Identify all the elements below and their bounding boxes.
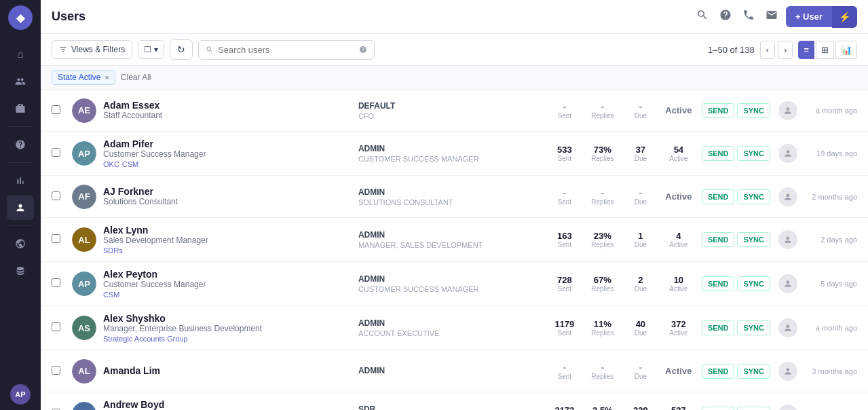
active-stat: 10Active — [664, 275, 694, 293]
sidebar-item-question[interactable] — [7, 132, 34, 157]
user-stats: -Sent -Replies -Due Active — [550, 187, 694, 206]
state-filter-tag[interactable]: State Active × — [52, 70, 115, 85]
current-user-avatar[interactable]: AP — [10, 384, 31, 405]
user-type-title: ACCOUNT EXECUTIVE — [358, 329, 550, 337]
send-button[interactable]: SEND — [702, 146, 735, 161]
sync-button[interactable]: SYNC — [737, 146, 770, 161]
send-button[interactable]: SEND — [702, 320, 735, 335]
user-role: Sales Development Manager — [103, 236, 358, 245]
user-stats: -Sent -Replies -Due Active — [550, 101, 694, 119]
sidebar-item-users[interactable] — [7, 69, 34, 94]
list-view-button[interactable]: ≡ — [798, 41, 814, 59]
sent-stat: -Sent — [550, 362, 580, 380]
last-activity: a month ago — [803, 107, 857, 115]
sidebar-item-chart[interactable] — [7, 168, 34, 193]
replies-stat: -Replies — [588, 101, 618, 119]
filter-label: State Active — [58, 73, 100, 82]
user-type-badge: ADMIN — [358, 230, 550, 240]
user-name: Amanda Lim — [103, 365, 358, 376]
row-checkbox[interactable] — [52, 105, 65, 117]
sidebar-item-briefcase[interactable] — [7, 96, 34, 121]
sidebar-item-database[interactable] — [7, 259, 34, 283]
filter-bar: State Active × Clear All — [41, 66, 868, 90]
prev-page-button[interactable]: ‹ — [760, 41, 775, 59]
sent-stat: -Sent — [550, 101, 580, 119]
user-tags: Strategic Accounts Group — [103, 335, 358, 343]
email-icon[interactable] — [766, 9, 778, 24]
row-checkbox[interactable] — [52, 322, 65, 334]
sync-button[interactable]: SYNC — [737, 189, 770, 204]
due-stat: 37Due — [626, 145, 656, 162]
grid-view-button[interactable]: ⊞ — [816, 41, 834, 59]
pagination-info: 1–50 of 138 — [708, 45, 755, 55]
user-actions: SEND SYNC — [702, 146, 770, 161]
sent-stat: 1179Sent — [550, 319, 580, 337]
phone-icon[interactable] — [742, 9, 755, 24]
search-icon[interactable] — [696, 9, 709, 24]
sidebar-item-person[interactable] — [7, 195, 34, 220]
add-user-lightning-button[interactable]: ⚡ — [832, 6, 857, 28]
help-icon[interactable] — [719, 9, 732, 24]
sync-button[interactable]: SYNC — [737, 364, 770, 379]
row-checkbox[interactable] — [52, 147, 65, 160]
row-checkbox[interactable] — [52, 278, 65, 290]
user-tag[interactable]: Strategic Accounts Group — [103, 335, 188, 343]
search-input-icon — [206, 45, 214, 54]
user-avatar: AL — [72, 227, 96, 252]
user-tag[interactable]: CSM — [103, 291, 119, 299]
chart-view-button[interactable]: 📊 — [835, 41, 857, 59]
sent-stat: 533Sent — [550, 145, 580, 162]
row-checkbox[interactable] — [52, 234, 65, 246]
sidebar-item-globe[interactable] — [7, 231, 34, 256]
send-button[interactable]: SEND — [702, 407, 735, 410]
refresh-button[interactable]: ↻ — [170, 39, 193, 60]
user-type: ADMIN — [358, 366, 550, 377]
user-type-badge: ADMIN — [358, 318, 550, 328]
last-activity: 19 days ago — [803, 149, 857, 157]
last-activity: 2 days ago — [803, 236, 857, 244]
user-info: Alex Peyton Customer Success Manager CSM — [103, 269, 358, 299]
replies-stat: 11%Replies — [588, 319, 618, 337]
send-button[interactable]: SEND — [702, 364, 735, 379]
select-checkbox-button[interactable]: ☐ ▾ — [138, 40, 164, 59]
send-button[interactable]: SEND — [702, 189, 735, 204]
sync-button[interactable]: SYNC — [737, 103, 770, 118]
replies-stat: 67%Replies — [588, 275, 618, 293]
user-tag[interactable]: SDRs — [103, 246, 123, 255]
sent-stat: 163Sent — [550, 231, 580, 248]
send-button[interactable]: SEND — [702, 103, 735, 118]
send-button[interactable]: SEND — [702, 232, 735, 247]
views-filters-button[interactable]: Views & Filters — [52, 40, 132, 59]
user-type: ADMIN CUSTOMER SUCCESS MANAGER — [358, 144, 550, 163]
sync-button[interactable]: SYNC — [737, 232, 770, 247]
sync-button[interactable]: SYNC — [737, 407, 770, 410]
user-type-title: CFO — [358, 112, 550, 120]
topbar: Users + User ⚡ — [41, 0, 868, 34]
filter-close-button[interactable]: × — [105, 73, 109, 81]
user-owner-avatar — [778, 362, 797, 381]
user-owner-avatar — [778, 318, 797, 337]
table-row: AP Adam Pifer Customer Success Manager O… — [41, 132, 868, 176]
user-tag[interactable]: CSM — [122, 160, 138, 168]
row-checkbox[interactable] — [52, 365, 65, 377]
user-tags: OKCCSM — [103, 160, 358, 168]
search-input[interactable] — [218, 45, 355, 55]
last-activity: 5 days ago — [803, 280, 857, 288]
user-info: Alex Lynn Sales Development Manager SDRs — [103, 225, 358, 255]
sync-button[interactable]: SYNC — [737, 320, 770, 335]
search-box — [198, 40, 375, 60]
sidebar-item-home[interactable]: ⌂ — [7, 42, 34, 67]
row-checkbox[interactable] — [52, 191, 65, 203]
replies-stat: -Replies — [588, 362, 618, 380]
user-tag[interactable]: OKC — [103, 160, 119, 168]
send-button[interactable]: SEND — [702, 276, 735, 291]
add-user-button[interactable]: + User — [786, 6, 832, 27]
user-name: Alex Lynn — [103, 225, 358, 236]
user-info: Alex Shyshko Manager, Enterprise Busines… — [103, 313, 358, 343]
app-logo[interactable]: ◆ — [8, 5, 33, 30]
user-type: ADMIN ACCOUNT EXECUTIVE — [358, 318, 550, 337]
sync-button[interactable]: SYNC — [737, 276, 770, 291]
next-page-button[interactable]: › — [778, 41, 793, 59]
clear-all-button[interactable]: Clear All — [121, 73, 151, 82]
user-stats: 728Sent 67%Replies 2Due 10Active — [550, 275, 694, 293]
